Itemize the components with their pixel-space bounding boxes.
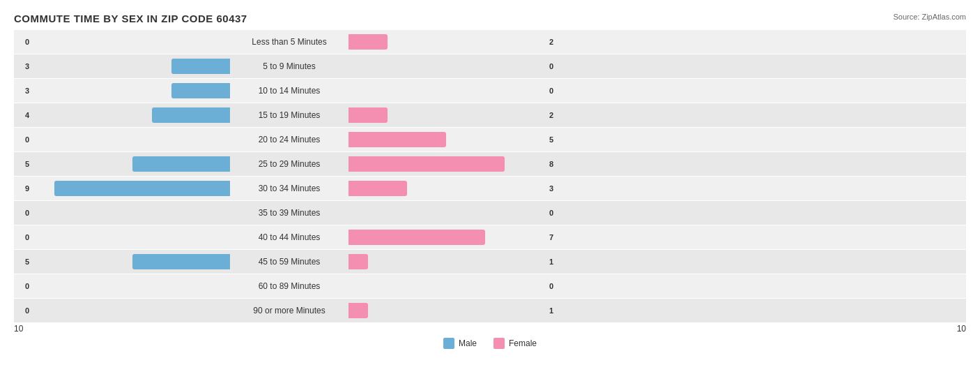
male-section: 5 xyxy=(14,250,230,274)
male-value: 0 xyxy=(14,306,29,315)
female-value: 0 xyxy=(549,87,565,95)
row-label: 15 to 19 Minutes xyxy=(230,110,349,120)
male-value: 0 xyxy=(14,38,29,46)
female-section: 0 xyxy=(349,54,565,78)
male-section: 3 xyxy=(14,54,230,78)
male-bar xyxy=(54,181,230,196)
chart-container: COMMUTE TIME BY SEX IN ZIP CODE 60437 So… xyxy=(0,0,980,365)
female-value: 8 xyxy=(549,160,565,168)
male-section: 5 xyxy=(14,152,230,176)
male-section: 0 xyxy=(14,274,230,298)
table-row: 415 to 19 Minutes2 xyxy=(14,103,966,127)
male-value: 9 xyxy=(14,184,29,193)
male-bar xyxy=(132,156,230,172)
female-value: 1 xyxy=(549,306,565,315)
table-row: 060 to 89 Minutes0 xyxy=(14,274,966,298)
female-value: 0 xyxy=(549,209,565,217)
table-row: 310 to 14 Minutes0 xyxy=(14,79,966,103)
axis-max: 10 xyxy=(957,324,966,334)
female-section: 1 xyxy=(349,299,565,322)
male-bar xyxy=(132,254,230,269)
male-section: 0 xyxy=(14,30,230,54)
table-row: 35 to 9 Minutes0 xyxy=(14,54,966,78)
male-bar xyxy=(152,107,230,123)
row-label: 90 or more Minutes xyxy=(230,306,349,315)
female-section: 2 xyxy=(349,103,565,127)
row-label: 5 to 9 Minutes xyxy=(230,61,349,71)
male-value: 3 xyxy=(14,62,29,70)
female-section: 3 xyxy=(349,177,565,200)
male-value: 0 xyxy=(14,233,29,241)
male-section: 0 xyxy=(14,201,230,225)
male-section: 3 xyxy=(14,79,230,103)
male-section: 0 xyxy=(14,225,230,249)
female-value: 1 xyxy=(549,258,565,266)
female-section: 8 xyxy=(349,152,565,176)
female-value: 7 xyxy=(549,233,565,241)
female-bar xyxy=(349,254,368,269)
legend-female: Female xyxy=(493,338,537,349)
male-legend-box xyxy=(443,338,454,349)
table-row: 090 or more Minutes1 xyxy=(14,299,966,322)
male-legend-label: Male xyxy=(459,338,477,348)
female-value: 5 xyxy=(549,135,565,144)
row-label: 10 to 14 Minutes xyxy=(230,86,349,96)
female-section: 0 xyxy=(349,274,565,298)
chart-title: COMMUTE TIME BY SEX IN ZIP CODE 60437 xyxy=(14,13,966,24)
female-value: 0 xyxy=(549,282,565,290)
female-legend-label: Female xyxy=(509,338,537,348)
table-row: 545 to 59 Minutes1 xyxy=(14,250,966,274)
table-row: 020 to 24 Minutes5 xyxy=(14,128,966,151)
female-bar xyxy=(349,181,407,196)
table-row: 040 to 44 Minutes7 xyxy=(14,225,966,249)
legend-male: Male xyxy=(443,338,477,349)
female-value: 2 xyxy=(549,38,565,46)
row-label: 20 to 24 Minutes xyxy=(230,135,349,144)
table-row: 0Less than 5 Minutes2 xyxy=(14,30,966,54)
male-value: 5 xyxy=(14,160,29,168)
male-value: 0 xyxy=(14,209,29,217)
row-label: 30 to 34 Minutes xyxy=(230,184,349,193)
female-bar xyxy=(349,107,388,123)
female-bar xyxy=(349,230,485,245)
female-section: 2 xyxy=(349,30,565,54)
male-value: 4 xyxy=(14,111,29,119)
row-label: 40 to 44 Minutes xyxy=(230,232,349,242)
male-bar xyxy=(171,59,230,74)
female-section: 0 xyxy=(349,201,565,225)
female-value: 2 xyxy=(549,111,565,119)
female-bar xyxy=(349,303,368,318)
female-section: 0 xyxy=(349,79,565,103)
female-section: 1 xyxy=(349,250,565,274)
chart-area: 0Less than 5 Minutes235 to 9 Minutes0310… xyxy=(14,30,966,322)
row-label: 25 to 29 Minutes xyxy=(230,159,349,169)
female-section: 7 xyxy=(349,225,565,249)
female-section: 5 xyxy=(349,128,565,151)
male-section: 0 xyxy=(14,128,230,151)
female-bar xyxy=(349,156,505,172)
female-legend-box xyxy=(493,338,505,349)
female-bar xyxy=(349,132,446,147)
row-label: 45 to 59 Minutes xyxy=(230,257,349,267)
male-value: 3 xyxy=(14,87,29,95)
male-value: 5 xyxy=(14,258,29,266)
male-value: 0 xyxy=(14,135,29,144)
table-row: 930 to 34 Minutes3 xyxy=(14,177,966,200)
male-section: 0 xyxy=(14,299,230,322)
row-label: Less than 5 Minutes xyxy=(230,37,349,47)
source-text: Source: ZipAtlas.com xyxy=(893,13,966,21)
legend-area: Male Female xyxy=(14,338,966,349)
row-label: 60 to 89 Minutes xyxy=(230,281,349,291)
table-row: 035 to 39 Minutes0 xyxy=(14,201,966,225)
male-section: 9 xyxy=(14,177,230,200)
table-row: 525 to 29 Minutes8 xyxy=(14,152,966,176)
female-value: 3 xyxy=(549,184,565,193)
female-bar xyxy=(349,34,388,50)
row-label: 35 to 39 Minutes xyxy=(230,208,349,218)
male-bar xyxy=(171,83,230,98)
axis-labels: 10 10 xyxy=(14,324,966,334)
female-value: 0 xyxy=(549,62,565,70)
axis-min: 10 xyxy=(14,324,23,334)
male-section: 4 xyxy=(14,103,230,127)
male-value: 0 xyxy=(14,282,29,290)
